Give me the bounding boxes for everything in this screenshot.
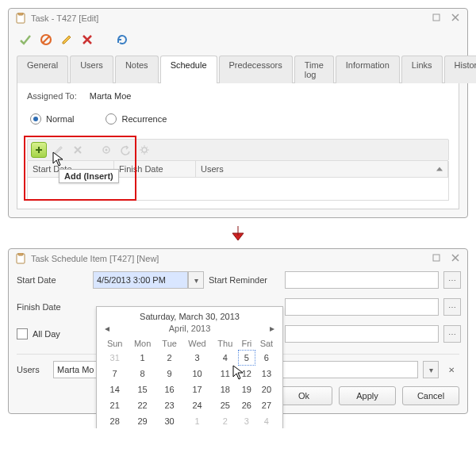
calendar-day[interactable]: 13 [255, 366, 278, 382]
tab-general[interactable]: General [17, 56, 68, 83]
task-edit-window: Task - T427 [Edit] GeneralUsersNotesSche… [8, 8, 468, 218]
tab-information[interactable]: Information [336, 56, 400, 83]
svg-line-4 [43, 36, 49, 43]
calendar-day[interactable]: 16 [157, 382, 182, 397]
calendar-dow: Tue [157, 337, 182, 350]
calendar-day[interactable]: 17 [182, 382, 212, 397]
svg-rect-2 [433, 14, 440, 21]
accept-icon[interactable] [18, 33, 33, 47]
close-button[interactable] [450, 13, 461, 24]
calendar-day[interactable]: 18 [213, 382, 238, 397]
start-reminder-label: Start Reminder [209, 275, 280, 285]
calendar-day[interactable]: 5 [238, 350, 255, 366]
calendar-dow: Sun [102, 337, 128, 350]
calendar-day[interactable]: 4 [255, 413, 278, 428]
calendar-day[interactable]: 11 [213, 366, 238, 382]
svg-rect-1 [18, 13, 23, 15]
calendar-day[interactable]: 23 [157, 397, 182, 413]
all-day-checkbox[interactable]: All Day [17, 328, 88, 339]
tab-predecessors[interactable]: Predecessors [219, 56, 293, 83]
radio-normal[interactable]: Normal [30, 113, 74, 125]
window-title: Task Schedule Item [T427] [New] [31, 254, 159, 263]
settings-icon[interactable] [137, 143, 152, 157]
calendar-day[interactable]: 22 [128, 397, 156, 413]
start-date-combo[interactable]: 4/5/2013 3:00 PM ▾ [93, 271, 204, 289]
calendar-day[interactable]: 7 [102, 366, 128, 382]
calendar-next-icon[interactable]: ▸ [267, 323, 278, 334]
tab-time-log[interactable]: Time log [294, 56, 334, 83]
calendar-day[interactable]: 10 [182, 366, 212, 382]
close-button[interactable] [450, 253, 461, 264]
calendar-day[interactable]: 3 [238, 413, 255, 428]
date-picker-popup: Saturday, March 30, 2013 ◂ April, 2013 ▸… [96, 306, 283, 428]
users-clear-icon[interactable]: ✕ [443, 362, 459, 378]
tab-links[interactable]: Links [401, 56, 443, 83]
calendar-day[interactable]: 21 [102, 397, 128, 413]
finish-reminder-field[interactable] [285, 298, 439, 316]
calendar-prev-icon[interactable]: ◂ [102, 323, 113, 334]
radio-normal-label: Normal [46, 114, 74, 124]
radio-recurrence[interactable]: Recurrence [106, 113, 167, 125]
calendar-dow: Wed [182, 337, 212, 350]
tab-notes[interactable]: Notes [115, 56, 159, 83]
start-reminder-more-button[interactable]: ⋯ [443, 271, 461, 289]
calendar-day[interactable]: 1 [182, 413, 212, 428]
tab-bar: GeneralUsersNotesSchedulePredecessorsTim… [17, 55, 459, 83]
calendar-day[interactable]: 2 [157, 350, 182, 366]
calendar-day[interactable]: 12 [238, 366, 255, 382]
calendar-day[interactable]: 25 [213, 397, 238, 413]
assigned-to-value: Marta Moe [90, 91, 132, 101]
calendar-day[interactable]: 29 [128, 413, 156, 428]
undo-icon[interactable] [118, 143, 132, 157]
restore-button[interactable] [431, 13, 442, 24]
calendar-day[interactable]: 14 [102, 382, 128, 397]
calendar-grid: SunMonTueWedThuFriSat 311234567891011121… [102, 337, 278, 428]
calendar-day[interactable]: 8 [128, 366, 156, 382]
users-label: Users [17, 365, 48, 374]
add-button[interactable] [31, 142, 47, 158]
assigned-to-label: Assigned To: [27, 91, 77, 101]
calendar-day[interactable]: 20 [255, 382, 278, 397]
delete-icon[interactable] [80, 33, 94, 47]
calendar-dow: Thu [213, 337, 238, 350]
restore-button[interactable] [431, 253, 442, 264]
calendar-day[interactable]: 3 [182, 350, 212, 366]
edit-row-icon[interactable] [52, 143, 66, 157]
calendar-dow: Mon [128, 337, 156, 350]
allday-aux-field[interactable] [285, 325, 439, 343]
calendar-day[interactable]: 28 [102, 413, 128, 428]
deny-icon[interactable] [39, 33, 53, 47]
ok-button[interactable]: Ok [275, 386, 332, 405]
start-reminder-field[interactable] [285, 271, 439, 289]
delete-row-icon[interactable] [71, 143, 85, 157]
col-finish-date[interactable]: Finish Date [114, 161, 196, 177]
calendar-day[interactable]: 15 [128, 382, 156, 397]
calendar-day[interactable]: 30 [157, 413, 182, 428]
calendar-day[interactable]: 9 [157, 366, 182, 382]
tab-schedule[interactable]: Schedule [160, 56, 217, 83]
cancel-button[interactable]: Cancel [402, 386, 459, 405]
calendar-month[interactable]: April, 2013 [113, 324, 267, 333]
edit-icon[interactable] [60, 33, 74, 47]
calendar-day[interactable]: 24 [182, 397, 212, 413]
calendar-day[interactable]: 27 [255, 397, 278, 413]
finish-reminder-more-button[interactable]: ⋯ [443, 298, 461, 316]
refresh-icon[interactable] [115, 33, 129, 47]
link-icon[interactable] [99, 143, 113, 157]
start-date-field[interactable]: 4/5/2013 3:00 PM [93, 271, 188, 289]
chevron-down-icon[interactable]: ▾ [188, 271, 204, 289]
calendar-day[interactable]: 26 [238, 397, 255, 413]
tab-history[interactable]: History [444, 56, 476, 83]
calendar-day[interactable]: 1 [128, 350, 156, 366]
calendar-day[interactable]: 4 [213, 350, 238, 366]
calendar-dow: Sat [255, 337, 278, 350]
allday-more-button[interactable]: ⋯ [443, 325, 461, 343]
calendar-day[interactable]: 6 [255, 350, 278, 366]
calendar-day[interactable]: 19 [238, 382, 255, 397]
tab-users[interactable]: Users [70, 56, 113, 83]
users-dropdown-icon[interactable]: ▾ [423, 361, 439, 378]
apply-button[interactable]: Apply [339, 386, 396, 405]
calendar-day[interactable]: 2 [213, 413, 238, 428]
col-users[interactable]: Users [196, 161, 448, 177]
calendar-day[interactable]: 31 [102, 350, 128, 366]
